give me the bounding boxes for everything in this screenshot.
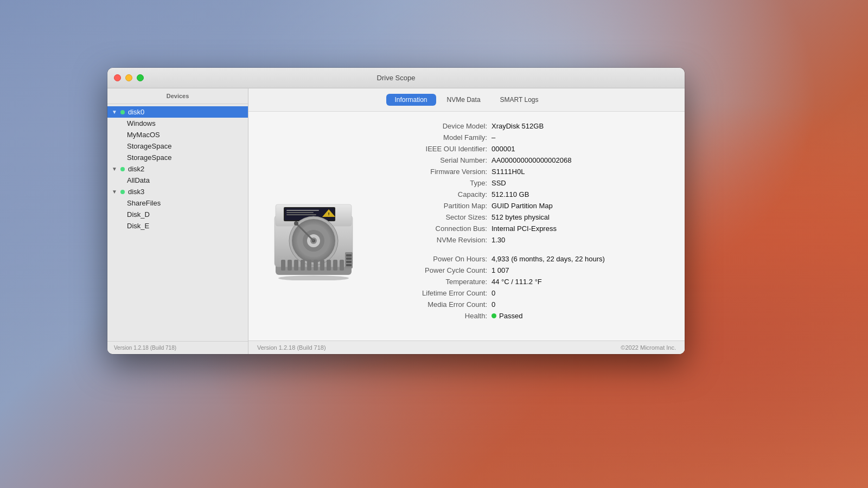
svg-rect-25 [320,260,324,271]
disk2-label: disk2 [128,165,144,173]
storagespace1-label: StorageSpace [127,142,171,150]
connection-bus-row: Connection Bus: Internal PCI-Express [383,223,672,234]
svg-rect-33 [346,264,352,266]
sidebar-item-alldata[interactable]: AllData [107,175,248,186]
nvme-revision-row: NVMe Revision: 1.30 [383,234,672,246]
partition-map-label: Partition Map: [383,202,492,210]
sidebar-item-sharefiles[interactable]: ShareFiles [107,197,248,209]
sidebar-content: ▼ disk0 Windows MyMacOS StorageSpace Sto… [107,104,248,341]
ieee-oui-value: 000001 [492,145,672,153]
sector-sizes-label: Sector Sizes: [383,213,492,221]
connection-bus-label: Connection Bus: [383,224,492,233]
serial-number-value: AA000000000000002068 [492,156,672,164]
sidebar-item-disk3[interactable]: ▼ disk3 [107,186,248,197]
media-error-value: 0 [492,300,672,309]
tab-smart-logs[interactable]: SMART Logs [492,94,547,106]
disk0-label: disk0 [128,108,144,116]
svg-rect-6 [286,212,314,213]
storagespace2-label: StorageSpace [127,153,171,162]
health-indicator: Passed [492,312,522,320]
firmware-row: Firmware Version: S1111H0L [383,166,672,177]
power-on-hours-label: Power On Hours: [383,255,492,263]
health-value: Passed [492,312,672,320]
media-error-label: Media Error Count: [383,300,492,309]
sector-sizes-row: Sector Sizes: 512 bytes physical [383,211,672,223]
svg-rect-22 [301,260,305,271]
tab-nvme-data[interactable]: NVMe Data [438,94,489,106]
disk-image-column: ! [248,112,379,341]
status-dot [120,110,125,114]
sidebar-item-mymacos[interactable]: MyMacOS [107,129,248,140]
health-text: Passed [499,312,522,320]
capacity-label: Capacity: [383,190,492,198]
maximize-button[interactable] [137,74,144,81]
power-cycle-value: 1 007 [492,266,672,274]
svg-rect-7 [286,214,316,215]
power-on-hours-row: Power On Hours: 4,933 (6 months, 22 days… [383,253,672,265]
tab-information[interactable]: Information [386,94,436,106]
sidebar: Devices ▼ disk0 Windows MyMacOS StorageS… [107,88,248,354]
sidebar-item-windows[interactable]: Windows [107,118,248,129]
health-label: Health: [383,312,492,320]
chevron-icon: ▼ [112,109,120,115]
footer-copyright: ©2022 Micromat Inc. [621,344,676,351]
traffic-lights [114,74,144,81]
lifetime-error-label: Lifetime Error Count: [383,289,492,297]
status-dot [120,167,125,171]
svg-rect-28 [340,260,344,271]
sidebar-footer: Version 1.2.18 (Build 718) [107,341,248,354]
lifetime-error-value: 0 [492,289,672,297]
disk3-label: disk3 [128,188,144,196]
lifetime-error-row: Lifetime Error Count: 0 [383,287,672,299]
health-dot-icon [492,313,496,318]
media-error-row: Media Error Count: 0 [383,299,672,310]
info-divider [383,246,672,253]
model-family-row: Model Family: – [383,132,672,143]
info-table: Device Model: XrayDisk 512GB Model Famil… [379,112,685,341]
capacity-value: 512.110 GB [492,190,672,198]
svg-rect-19 [281,260,285,271]
diskd-label: Disk_D [127,210,150,219]
svg-rect-5 [286,210,319,211]
ieee-oui-row: IEEE OUI Identifier: 000001 [383,143,672,155]
sidebar-item-disk0[interactable]: ▼ disk0 [107,106,248,118]
temperature-value: 44 °C / 111.2 °F [492,278,672,286]
minimize-button[interactable] [125,74,132,81]
svg-rect-27 [333,260,337,271]
nvme-revision-value: 1.30 [492,236,672,244]
close-button[interactable] [114,74,121,81]
firmware-label: Firmware Version: [383,168,492,176]
main-content: Information NVMe Data SMART Logs [248,88,685,354]
model-family-value: – [492,133,672,142]
sidebar-header: Devices [107,88,248,104]
connection-bus-value: Internal PCI-Express [492,224,672,233]
status-dot [120,190,125,194]
model-family-label: Model Family: [383,133,492,142]
svg-point-18 [294,221,298,226]
device-model-value: XrayDisk 512GB [492,122,672,130]
sharefiles-label: ShareFiles [127,199,161,207]
chevron-icon: ▼ [112,189,120,195]
sidebar-item-storagespace2[interactable]: StorageSpace [107,152,248,163]
type-row: Type: SSD [383,177,672,189]
svg-rect-32 [346,261,352,263]
sidebar-item-storagespace1[interactable]: StorageSpace [107,140,248,152]
serial-number-row: Serial Number: AA000000000000002068 [383,155,672,166]
windows-label: Windows [127,119,156,127]
serial-number-label: Serial Number: [383,156,492,164]
type-value: SSD [492,179,672,187]
svg-rect-31 [346,258,352,260]
alldata-label: AllData [127,176,150,184]
power-cycle-row: Power Cycle Count: 1 007 [383,265,672,276]
svg-point-34 [278,275,349,280]
firmware-value: S1111H0L [492,168,672,176]
sidebar-item-diske[interactable]: Disk_E [107,220,248,232]
sidebar-item-diskd[interactable]: Disk_D [107,209,248,220]
sidebar-item-disk2[interactable]: ▼ disk2 [107,163,248,175]
hdd-illustration: ! [265,172,362,280]
version-text: Version 1.2.18 (Build 718) [114,345,176,351]
power-on-hours-value: 4,933 (6 months, 22 days, 22 hours) [492,255,672,263]
power-cycle-label: Power Cycle Count: [383,266,492,274]
partition-map-value: GUID Partition Map [492,202,672,210]
type-label: Type: [383,179,492,187]
